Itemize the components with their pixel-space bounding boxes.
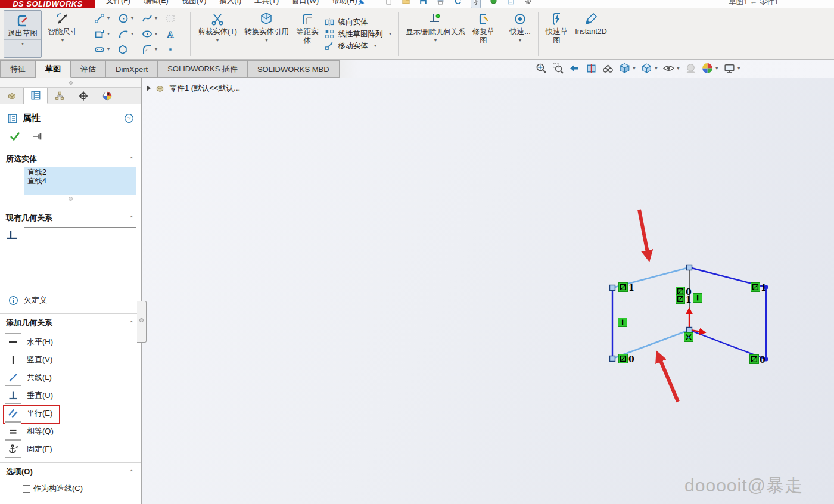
dropdown-caret[interactable]: ▼ xyxy=(130,15,135,21)
dropdown-caret[interactable]: ▼ xyxy=(107,31,111,37)
trim-entities-button[interactable]: 剪裁实体(T) ▼ xyxy=(194,10,241,58)
headsup-zoom-to-fit-button[interactable] xyxy=(535,62,547,74)
text-tool-button[interactable]: A xyxy=(161,26,185,42)
chevron-up-icon[interactable]: ⌃ xyxy=(129,469,134,475)
smart-dimension-caret[interactable]: ▼ xyxy=(61,38,65,43)
ellipse-tool-button[interactable]: ▼ xyxy=(138,26,161,42)
qat-rebuild-button[interactable] xyxy=(489,0,498,7)
dropdown-caret[interactable]: ▼ xyxy=(676,66,680,71)
menu-item[interactable]: 视图(V) xyxy=(182,0,207,6)
ok-check-icon[interactable] xyxy=(10,131,20,142)
dropdown-caret[interactable]: ▼ xyxy=(373,43,377,49)
menu-pin-icon[interactable] xyxy=(357,0,365,7)
relation-vertical-button[interactable]: 竖直(V) xyxy=(5,351,141,369)
panel-tab-property-manager[interactable] xyxy=(24,88,48,104)
exit-sketch-button[interactable]: 退出草图 ▼ xyxy=(4,10,42,58)
circle-tool-button[interactable]: ▼ xyxy=(114,11,138,26)
move-button[interactable]: 移动实体▼ xyxy=(324,41,392,51)
qat-file-properties-button[interactable] xyxy=(506,0,515,7)
dropdown-caret[interactable]: ▼ xyxy=(715,66,719,71)
sketch-line-top-right[interactable] xyxy=(689,267,766,287)
trim-entities-caret[interactable]: ▼ xyxy=(216,38,220,43)
headsup-view-settings-button[interactable]: ▼ xyxy=(723,62,741,74)
sketch-vertex-origin[interactable] xyxy=(687,328,692,333)
exit-sketch-caret[interactable]: ▼ xyxy=(4,39,41,48)
display-delete-relations-caret[interactable]: ▼ xyxy=(434,38,438,43)
qat-save-button[interactable] xyxy=(419,0,428,7)
section-options[interactable]: 选项(O) ⌃ xyxy=(0,463,141,480)
qat-open-button[interactable] xyxy=(402,0,410,7)
polygon-tool-button[interactable] xyxy=(114,42,138,57)
qat-options-button[interactable] xyxy=(524,0,533,7)
menu-item[interactable]: 文件(F) xyxy=(106,0,130,6)
existing-relations-listbox[interactable] xyxy=(24,227,136,285)
dropdown-caret[interactable]: ▼ xyxy=(154,31,158,37)
smart-dimension-button[interactable]: 智能尺寸 ▼ xyxy=(44,10,81,58)
rectangle-tool-button[interactable]: ▼ xyxy=(90,26,114,42)
chevron-up-icon[interactable]: ⌃ xyxy=(129,215,134,222)
qat-select-button[interactable] xyxy=(471,0,481,8)
headsup-display-style-button[interactable]: ▼ xyxy=(640,62,658,74)
qat-new-button[interactable] xyxy=(384,0,393,7)
convert-entities-caret[interactable]: ▼ xyxy=(264,38,269,43)
relation-collinear-button[interactable]: 共线(L) xyxy=(5,369,141,387)
relation-parallel-button[interactable]: 平行(E) xyxy=(5,405,141,422)
panel-collapse-handle[interactable] xyxy=(137,301,147,343)
dropdown-caret[interactable]: ▼ xyxy=(154,15,158,21)
arc-tool-button[interactable]: ▼ xyxy=(114,26,138,42)
section-selected-entities[interactable]: 所选实体 ⌃ xyxy=(0,150,141,167)
panel-tab-dimxpert[interactable] xyxy=(71,88,95,104)
convert-entities-button[interactable]: 转换实体引用 ▼ xyxy=(241,10,292,58)
menu-item[interactable]: 工具(T) xyxy=(254,0,279,6)
section-existing-relations[interactable]: 现有几何关系 ⌃ xyxy=(0,209,141,226)
menu-item[interactable]: 插入(I) xyxy=(219,0,241,6)
sketch-line-bottom-right[interactable] xyxy=(689,330,766,359)
dropdown-caret[interactable]: ▼ xyxy=(632,66,636,71)
tab-SOLIDWORKS 插件[interactable]: SOLIDWORKS 插件 xyxy=(158,60,248,78)
repair-sketch-button[interactable]: 修复草 图 xyxy=(469,10,499,58)
menu-item[interactable]: 窗口(W) xyxy=(292,0,319,6)
relation-horizontal-button[interactable]: 水平(H) xyxy=(5,333,141,351)
headsup-measure-button[interactable] xyxy=(602,62,614,74)
offset-entities-button[interactable]: 等距实 体 xyxy=(292,10,322,58)
dropdown-caret[interactable]: ▼ xyxy=(107,15,111,21)
quick-snaps-caret[interactable]: ▼ xyxy=(518,38,522,43)
panel-splitter-top[interactable] xyxy=(0,78,141,88)
headsup-zoom-to-area-button[interactable] xyxy=(552,62,564,74)
qat-print-button[interactable] xyxy=(436,0,445,7)
slot-tool-button[interactable]: ▼ xyxy=(90,42,114,57)
sketch-vertex[interactable] xyxy=(764,285,768,289)
tab-SOLIDWORKS MBD[interactable]: SOLIDWORKS MBD xyxy=(248,60,340,78)
relation-equal-button[interactable]: 相等(Q) xyxy=(5,422,141,440)
headsup-previous-view-button[interactable] xyxy=(568,62,581,74)
dropdown-caret[interactable]: ▼ xyxy=(654,66,658,71)
relation-perpendicular-button[interactable]: 垂直(U) xyxy=(5,387,141,405)
selected-entity-item[interactable]: 直线4 xyxy=(24,177,136,186)
instant2d-button[interactable]: Instant2D xyxy=(571,10,611,58)
quick-snaps-button[interactable]: 快速... ▼ xyxy=(506,10,534,58)
headsup-section-view-button[interactable] xyxy=(585,62,598,74)
dropdown-caret[interactable]: ▼ xyxy=(737,66,741,71)
menu-item[interactable]: 编辑(E) xyxy=(144,0,169,6)
fillet-tool-button[interactable]: ▼ xyxy=(138,42,161,57)
for-construction-checkbox[interactable] xyxy=(23,485,30,493)
mirror-button[interactable]: 镜向实体 xyxy=(324,17,392,27)
sketch-line-selected-top-left[interactable] xyxy=(612,267,689,288)
line-tool-button[interactable]: ▼ xyxy=(90,11,114,26)
listbox-resize-handle[interactable] xyxy=(69,197,73,201)
spline-tool-button[interactable]: ▼ xyxy=(138,11,161,26)
panel-tab-configuration[interactable] xyxy=(48,88,71,104)
dropdown-caret[interactable]: ▼ xyxy=(154,46,158,52)
panel-tab-feature-tree[interactable] xyxy=(0,88,24,104)
selected-entity-item[interactable]: 直线2 xyxy=(24,168,136,177)
point-tool-button[interactable] xyxy=(161,42,185,57)
pin-icon[interactable] xyxy=(32,131,43,142)
selected-entities-listbox[interactable]: 直线2直线4 xyxy=(24,167,136,195)
tab-草图[interactable]: 草图 xyxy=(36,60,71,78)
plane-tool-button[interactable] xyxy=(161,11,185,26)
headsup-shadows-button[interactable] xyxy=(684,62,697,74)
qat-undo-button[interactable] xyxy=(453,0,462,7)
display-delete-relations-button[interactable]: 显示/删除几何关系 ▼ xyxy=(402,10,468,58)
sketch-line-selected-bottom-left[interactable] xyxy=(612,330,689,359)
chevron-up-icon[interactable]: ⌃ xyxy=(129,320,134,326)
